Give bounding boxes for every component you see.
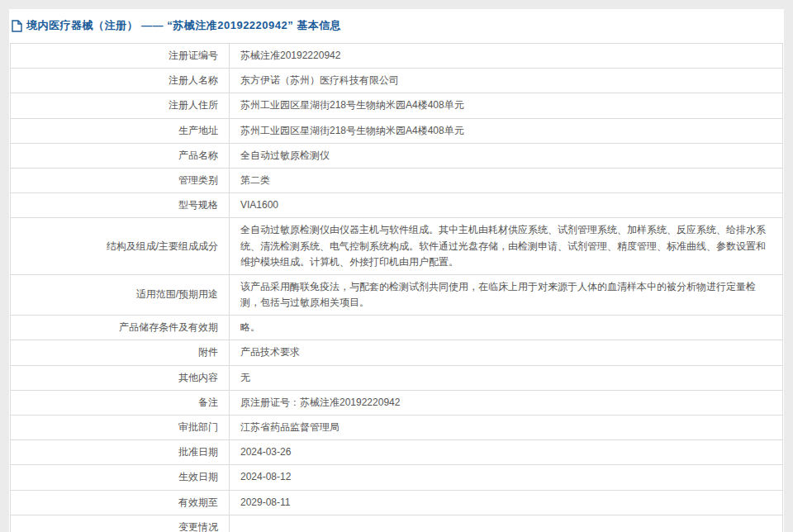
table-row: 变更情况: [11, 515, 783, 532]
document-icon: [12, 20, 22, 32]
row-label-text: 其他内容: [178, 372, 218, 383]
row-label: 型号规格: [11, 193, 230, 218]
row-label-text: 注册人住所: [169, 99, 218, 111]
row-label: 变更情况: [11, 515, 230, 532]
row-value-text: 江苏省药品监督管理局: [240, 421, 340, 433]
row-value: 2029-08-11: [230, 490, 783, 515]
row-label-text: 产品储存条件及有效期: [119, 321, 218, 333]
row-value-text: 苏械注准20192220942: [240, 50, 340, 61]
row-label-text: 批准日期: [178, 446, 218, 458]
row-label: 附件: [11, 340, 230, 365]
row-label-text: 注册人名称: [169, 74, 218, 86]
row-value-text: 2024-03-26: [240, 446, 291, 458]
row-label-text: 生产地址: [178, 125, 218, 136]
content-panel: 境内医疗器械（注册） —— “苏械注准20192220942” 基本信息 注册证…: [9, 9, 784, 532]
row-label: 审批部门: [11, 416, 230, 440]
row-label: 注册人名称: [11, 69, 230, 93]
row-value-text: 产品技术要求: [240, 346, 300, 358]
table-row: 注册人名称 东方伊诺（苏州）医疗科技有限公司: [11, 69, 783, 93]
table-row: 适用范围/预期用途 该产品采用酶联免疫法，与配套的检测试剂共同使用，在临床上用于…: [11, 274, 783, 315]
row-value: 苏州工业园区星湖街218号生物纳米园A4楼408单元: [230, 118, 783, 143]
row-value: 全自动过敏原检测仪由仪器主机与软件组成。其中主机由耗材供应系统、试剂管理系统、加…: [230, 218, 783, 275]
row-value-text: 苏州工业园区星湖街218号生物纳米园A4楼408单元: [240, 99, 464, 111]
row-label: 产品名称: [11, 143, 230, 168]
row-label: 注册人住所: [11, 93, 230, 118]
row-label-text: 附件: [198, 346, 218, 358]
row-value: 江苏省药品监督管理局: [230, 416, 783, 440]
row-label: 批准日期: [11, 440, 230, 465]
row-label-text: 管理类别: [178, 174, 218, 186]
row-value: 原注册证号：苏械注准20192220942: [230, 390, 783, 415]
row-value-text: 东方伊诺（苏州）医疗科技有限公司: [240, 74, 399, 86]
table-row: 产品储存条件及有效期 略。: [11, 316, 783, 340]
table-row: 注册人住所 苏州工业园区星湖街218号生物纳米园A4楼408单元: [11, 93, 783, 118]
table-row: 注册证编号 苏械注准20192220942: [11, 44, 783, 69]
row-label: 产品储存条件及有效期: [11, 316, 230, 340]
table-row: 结构及组成/主要组成成分 全自动过敏原检测仪由仪器主机与软件组成。其中主机由耗材…: [11, 218, 783, 275]
row-value: [230, 515, 783, 532]
table-row: 批准日期 2024-03-26: [11, 440, 783, 465]
page-header: 境内医疗器械（注册） —— “苏械注准20192220942” 基本信息: [10, 15, 783, 43]
row-label: 备注: [11, 390, 230, 415]
row-value: 苏州工业园区星湖街218号生物纳米园A4楼408单元: [230, 93, 783, 118]
table-row: 其他内容 无: [11, 365, 783, 390]
row-label-text: 备注: [198, 397, 218, 408]
row-value: 东方伊诺（苏州）医疗科技有限公司: [230, 69, 783, 93]
row-value: 该产品采用酶联免疫法，与配套的检测试剂共同使用，在临床上用于对来源于人体的血清样…: [230, 274, 783, 315]
row-label: 其他内容: [11, 365, 230, 390]
row-label: 注册证编号: [11, 44, 230, 69]
row-label: 生效日期: [11, 465, 230, 490]
row-value: 略。: [230, 316, 783, 340]
row-value-text: 无: [240, 372, 250, 383]
table-row: 管理类别 第二类: [11, 168, 783, 192]
page-title: 境内医疗器械（注册） —— “苏械注准20192220942” 基本信息: [26, 18, 341, 33]
row-label-text: 审批部门: [178, 421, 218, 433]
row-value: 2024-08-12: [230, 465, 783, 490]
row-value-text: 略。: [240, 321, 260, 333]
row-value-text: 原注册证号：苏械注准20192220942: [240, 397, 400, 408]
row-label-text: 型号规格: [178, 199, 218, 211]
row-label-text: 结构及组成/主要组成成分: [107, 240, 218, 252]
row-label-text: 注册证编号: [169, 50, 218, 61]
table-row: 有效期至 2029-08-11: [11, 490, 783, 515]
row-value-text: 全自动过敏原检测仪: [240, 150, 330, 161]
info-table: 注册证编号 苏械注准20192220942 注册人名称 东方伊诺（苏州）医疗科技…: [10, 43, 783, 532]
row-value-text: 第二类: [240, 174, 270, 186]
row-label-text: 适用范围/预期用途: [136, 288, 218, 300]
table-row: 生效日期 2024-08-12: [11, 465, 783, 490]
table-row: 型号规格 VIA1600: [11, 193, 783, 218]
row-label: 适用范围/预期用途: [11, 274, 230, 315]
row-label-text: 生效日期: [178, 471, 218, 482]
table-row: 附件 产品技术要求: [11, 340, 783, 365]
row-value-text: 苏州工业园区星湖街218号生物纳米园A4楼408单元: [240, 125, 464, 136]
row-label-text: 有效期至: [178, 496, 218, 508]
row-label-text: 变更情况: [178, 521, 218, 532]
row-value: 全自动过敏原检测仪: [230, 143, 783, 168]
row-value: 产品技术要求: [230, 340, 783, 365]
row-label-text: 产品名称: [178, 150, 218, 161]
row-value-text: 该产品采用酶联免疫法，与配套的检测试剂共同使用，在临床上用于对来源于人体的血清样…: [240, 281, 756, 308]
row-label: 结构及组成/主要组成成分: [11, 218, 230, 275]
row-value-text: 2029-08-11: [240, 496, 291, 508]
table-row: 生产地址 苏州工业园区星湖街218号生物纳米园A4楼408单元: [11, 118, 783, 143]
row-value: 2024-03-26: [230, 440, 783, 465]
row-label: 管理类别: [11, 168, 230, 192]
table-row: 审批部门 江苏省药品监督管理局: [11, 416, 783, 440]
table-row: 产品名称 全自动过敏原检测仪: [11, 143, 783, 168]
row-value: 苏械注准20192220942: [230, 44, 783, 69]
row-value: 第二类: [230, 168, 783, 192]
table-row: 备注 原注册证号：苏械注准20192220942: [11, 390, 783, 415]
row-value: VIA1600: [230, 193, 783, 218]
row-value-text: VIA1600: [240, 199, 278, 211]
row-label: 有效期至: [11, 490, 230, 515]
row-label: 生产地址: [11, 118, 230, 143]
row-value-text: 2024-08-12: [240, 471, 291, 482]
row-value: 无: [230, 365, 783, 390]
row-value-text: 全自动过敏原检测仪由仪器主机与软件组成。其中主机由耗材供应系统、试剂管理系统、加…: [240, 224, 766, 267]
